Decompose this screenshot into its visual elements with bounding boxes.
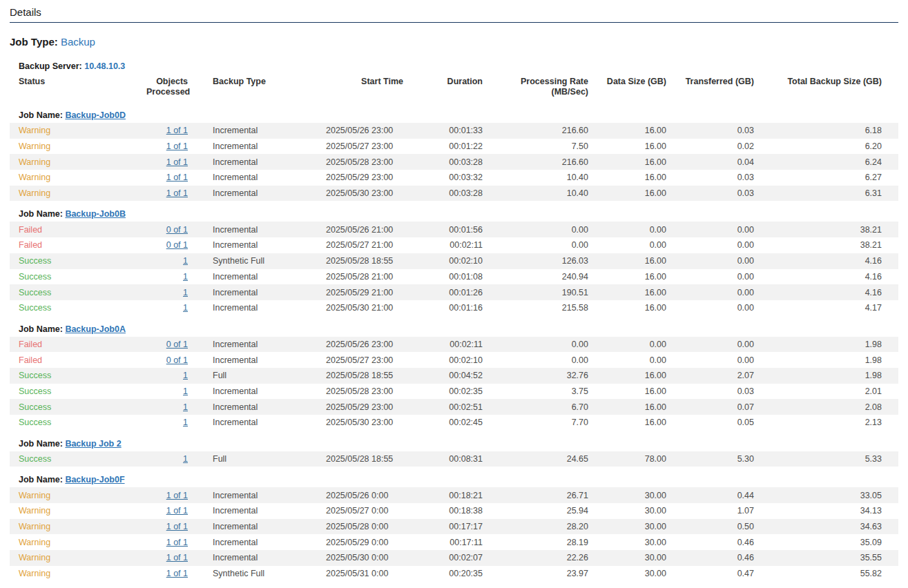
processing-rate-cell: 26.71 <box>483 491 588 500</box>
objects-processed-link[interactable]: 1 of 1 <box>146 157 188 167</box>
processing-rate-cell: 3.75 <box>483 386 588 396</box>
table-row: Warning1 of 1Incremental2025/05/27 23:00… <box>10 139 898 155</box>
objects-processed-link[interactable]: 1 <box>146 371 188 380</box>
duration-cell: 00:02:11 <box>403 240 483 250</box>
transferred-cell: 0.47 <box>666 569 754 578</box>
status-label: Warning <box>10 538 146 547</box>
objects-processed-link[interactable]: 1 <box>146 386 188 396</box>
job-name-label: Job Name: <box>19 209 63 219</box>
total-backup-size-cell: 34.63 <box>754 522 882 531</box>
job-name-link[interactable]: Backup-Job0F <box>65 475 124 484</box>
data-size-cell: 16.00 <box>588 157 666 167</box>
backup-server-line: Backup Server: 10.48.10.3 <box>19 61 898 71</box>
start-time-cell: 2025/05/29 23:00 <box>326 173 403 182</box>
start-time-cell: 2025/05/27 23:00 <box>326 141 403 151</box>
table-row: Success1Incremental2025/05/30 21:0000:01… <box>10 300 898 316</box>
backup-type-cell: Incremental <box>188 272 326 282</box>
job-type-link[interactable]: Backup <box>61 36 95 48</box>
data-size-cell: 16.00 <box>588 371 666 380</box>
objects-processed-link[interactable]: 1 of 1 <box>146 553 188 562</box>
job-name-link[interactable]: Backup Job 2 <box>65 439 121 449</box>
transferred-cell: 0.46 <box>666 553 754 562</box>
objects-processed-link[interactable]: 1 <box>146 402 188 412</box>
backup-type-cell: Incremental <box>188 538 326 547</box>
job-name-link[interactable]: Backup-Job0B <box>65 209 126 219</box>
page-title: Details <box>10 6 898 18</box>
objects-processed-link[interactable]: 1 of 1 <box>146 538 188 547</box>
transferred-cell: 0.00 <box>666 303 754 313</box>
data-size-cell: 30.00 <box>588 553 666 562</box>
table-row: Success1Synthetic Full2025/05/28 18:5500… <box>10 253 898 269</box>
table-row: Success1Incremental2025/05/29 23:0000:02… <box>10 399 898 415</box>
table-row: Warning1 of 1Incremental2025/05/29 23:00… <box>10 170 898 186</box>
processing-rate-cell: 10.40 <box>483 188 588 198</box>
job-name-label: Job Name: <box>19 110 63 120</box>
objects-processed-link[interactable]: 1 of 1 <box>146 506 188 516</box>
data-size-cell: 16.00 <box>588 303 666 313</box>
duration-cell: 00:01:56 <box>403 225 483 235</box>
status-label: Warning <box>10 141 146 151</box>
job-type-label: Job Type: <box>10 36 58 48</box>
data-size-cell: 16.00 <box>588 272 666 282</box>
duration-cell: 00:02:10 <box>403 355 483 365</box>
table-row: Warning1 of 1Incremental2025/05/26 23:00… <box>10 123 898 139</box>
start-time-cell: 2025/05/31 0:00 <box>326 569 403 578</box>
objects-processed-link[interactable]: 1 <box>146 418 188 427</box>
backup-type-cell: Incremental <box>188 553 326 562</box>
transferred-cell: 0.00 <box>666 240 754 250</box>
backup-type-cell: Incremental <box>188 288 326 297</box>
transferred-cell: 0.00 <box>666 225 754 235</box>
objects-processed-link[interactable]: 1 of 1 <box>146 188 188 198</box>
details-report: Details Job Type: Backup Backup Server: … <box>0 0 908 582</box>
objects-processed-link[interactable]: 1 of 1 <box>146 522 188 531</box>
job-name-line: Job Name: Backup-Job0F <box>10 474 898 485</box>
transferred-cell: 5.30 <box>666 454 754 464</box>
objects-processed-link[interactable]: 0 of 1 <box>146 240 188 250</box>
data-size-cell: 0.00 <box>588 225 666 235</box>
objects-processed-link[interactable]: 1 <box>146 256 188 266</box>
transferred-cell: 0.03 <box>666 188 754 198</box>
objects-processed-link[interactable]: 0 of 1 <box>146 355 188 365</box>
status-label: Warning <box>10 506 146 516</box>
backup-server-link[interactable]: 10.48.10.3 <box>84 61 125 71</box>
data-size-cell: 0.00 <box>588 340 666 349</box>
backup-type-cell: Incremental <box>188 188 326 198</box>
duration-cell: 00:08:31 <box>403 454 483 464</box>
status-label: Success <box>10 371 146 380</box>
objects-processed-link[interactable]: 1 <box>146 454 188 464</box>
objects-processed-link[interactable]: 1 of 1 <box>146 491 188 500</box>
objects-processed-link[interactable]: 0 of 1 <box>146 225 188 235</box>
duration-cell: 00:01:22 <box>403 141 483 151</box>
start-time-cell: 2025/05/28 23:00 <box>326 157 403 167</box>
start-time-cell: 2025/05/28 18:55 <box>326 454 403 464</box>
data-size-cell: 16.00 <box>588 288 666 297</box>
objects-processed-link[interactable]: 1 of 1 <box>146 141 188 151</box>
objects-processed-link[interactable]: 1 of 1 <box>146 569 188 578</box>
start-time-cell: 2025/05/30 0:00 <box>326 553 403 562</box>
total-backup-size-cell: 38.21 <box>754 225 882 235</box>
job-name-line: Job Name: Backup-Job0D <box>10 110 898 121</box>
table-row: Success1Incremental2025/05/28 21:0000:01… <box>10 269 898 285</box>
objects-processed-link[interactable]: 1 <box>146 272 188 282</box>
transferred-cell: 0.50 <box>666 522 754 531</box>
transferred-cell: 0.04 <box>666 157 754 167</box>
status-label: Success <box>10 402 146 412</box>
duration-cell: 00:18:21 <box>403 491 483 500</box>
objects-processed-link[interactable]: 1 <box>146 303 188 313</box>
total-backup-size-cell: 33.05 <box>754 491 882 500</box>
transferred-cell: 0.00 <box>666 355 754 365</box>
objects-processed-link[interactable]: 1 of 1 <box>146 126 188 135</box>
job-name-link[interactable]: Backup-Job0D <box>65 110 126 120</box>
job-name-link[interactable]: Backup-Job0A <box>65 324 126 334</box>
processing-rate-cell: 0.00 <box>483 340 588 349</box>
objects-processed-link[interactable]: 0 of 1 <box>146 340 188 349</box>
data-size-cell: 0.00 <box>588 355 666 365</box>
processing-rate-cell: 7.70 <box>483 418 588 427</box>
objects-processed-link[interactable]: 1 of 1 <box>146 173 188 182</box>
transferred-cell: 0.00 <box>666 272 754 282</box>
transferred-cell: 0.02 <box>666 141 754 151</box>
processing-rate-cell: 0.00 <box>483 355 588 365</box>
objects-processed-link[interactable]: 1 <box>146 288 188 297</box>
total-backup-size-cell: 2.08 <box>754 402 882 412</box>
start-time-cell: 2025/05/27 23:00 <box>326 355 403 365</box>
